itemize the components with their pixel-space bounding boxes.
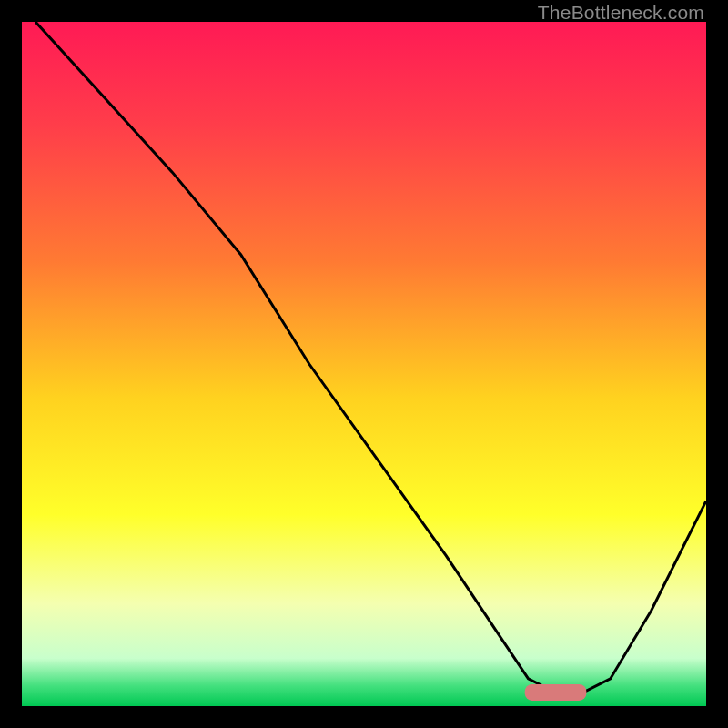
optimal-band-marker xyxy=(525,684,587,701)
chart-svg xyxy=(22,22,706,706)
chart-frame xyxy=(22,22,706,706)
watermark-text: TheBottleneck.com xyxy=(538,2,704,24)
gradient-background xyxy=(22,22,706,706)
